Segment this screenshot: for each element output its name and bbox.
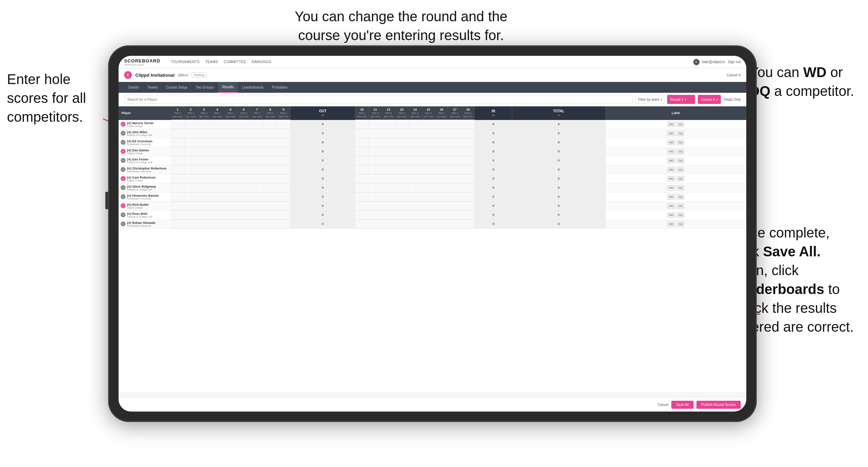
score-input-hole-10-player-11[interactable] [356, 220, 368, 228]
score-input-hole-3-player-0[interactable] [198, 121, 210, 128]
score-input-hole-3-player-11[interactable] [198, 220, 210, 228]
score-input-hole-11-player-1[interactable] [369, 130, 381, 137]
score-hole-7-player-5[interactable] [250, 165, 264, 174]
score-input-hole-15-player-0[interactable] [422, 121, 434, 128]
score-hole-15-player-2[interactable] [422, 138, 435, 147]
score-hole-2-player-3[interactable] [184, 147, 197, 156]
score-hole-12-player-7[interactable] [382, 183, 395, 192]
score-input-hole-9-player-8[interactable] [278, 193, 289, 201]
score-hole-11-player-8[interactable] [369, 192, 382, 201]
score-input-hole-4-player-5[interactable] [212, 166, 223, 173]
score-input-hole-18-player-10[interactable] [462, 211, 474, 219]
score-hole-10-player-1[interactable] [355, 129, 369, 138]
score-input-hole-7-player-5[interactable] [251, 166, 263, 173]
score-input-hole-12-player-7[interactable] [383, 184, 394, 191]
score-input-hole-13-player-8[interactable] [396, 193, 407, 201]
score-input-hole-10-player-7[interactable] [356, 184, 368, 191]
score-input-hole-9-player-11[interactable] [278, 220, 289, 228]
dq-button-player-4[interactable]: DQ [677, 158, 684, 163]
score-input-hole-9-player-6[interactable] [278, 175, 289, 182]
score-hole-7-player-4[interactable] [250, 156, 264, 165]
score-hole-16-player-4[interactable] [435, 156, 448, 165]
cancel-link[interactable]: Cancel X [726, 73, 741, 77]
score-hole-14-player-10[interactable] [408, 210, 422, 219]
score-input-hole-10-player-10[interactable] [356, 211, 368, 219]
score-input-hole-6-player-6[interactable] [238, 175, 250, 182]
score-input-hole-14-player-7[interactable] [409, 184, 421, 191]
score-hole-15-player-11[interactable] [422, 219, 435, 228]
score-hole-16-player-0[interactable] [435, 120, 448, 129]
score-input-hole-1-player-3[interactable] [172, 148, 183, 155]
score-input-hole-1-player-8[interactable] [172, 193, 183, 201]
score-input-hole-4-player-1[interactable] [212, 130, 223, 137]
score-hole-7-player-1[interactable] [250, 129, 264, 138]
score-input-hole-14-player-0[interactable] [409, 121, 421, 128]
score-hole-10-player-11[interactable] [355, 219, 369, 228]
score-hole-5-player-7[interactable] [224, 183, 237, 192]
score-input-hole-12-player-1[interactable] [383, 130, 394, 137]
score-hole-15-player-9[interactable] [422, 201, 435, 210]
score-hole-8-player-0[interactable] [264, 120, 277, 129]
score-hole-11-player-11[interactable] [369, 219, 382, 228]
score-input-hole-7-player-7[interactable] [251, 184, 263, 191]
score-hole-13-player-8[interactable] [395, 192, 408, 201]
score-input-hole-6-player-8[interactable] [238, 193, 250, 201]
score-input-hole-17-player-4[interactable] [449, 157, 460, 164]
score-input-hole-17-player-3[interactable] [449, 148, 460, 155]
wd-button-player-2[interactable]: WD [667, 140, 675, 145]
score-input-hole-6-player-10[interactable] [238, 211, 250, 219]
score-input-hole-15-player-2[interactable] [422, 139, 434, 146]
score-hole-17-player-5[interactable] [448, 165, 461, 174]
score-input-hole-6-player-4[interactable] [238, 157, 250, 164]
score-input-hole-16-player-2[interactable] [436, 139, 447, 146]
score-input-hole-4-player-3[interactable] [212, 148, 223, 155]
score-input-hole-6-player-3[interactable] [238, 148, 250, 155]
score-input-hole-18-player-2[interactable] [462, 139, 474, 146]
score-input-hole-12-player-0[interactable] [383, 121, 394, 128]
score-input-hole-11-player-4[interactable] [369, 157, 381, 164]
score-hole-13-player-9[interactable] [395, 201, 408, 210]
score-hole-13-player-10[interactable] [395, 210, 408, 219]
score-input-hole-2-player-7[interactable] [185, 184, 197, 191]
score-input-hole-7-player-4[interactable] [251, 157, 263, 164]
score-input-hole-16-player-6[interactable] [436, 175, 447, 182]
score-input-hole-13-player-7[interactable] [396, 184, 407, 191]
score-hole-14-player-1[interactable] [408, 129, 422, 138]
score-hole-4-player-7[interactable] [211, 183, 224, 192]
dq-button-player-7[interactable]: DQ [677, 185, 684, 190]
score-hole-12-player-8[interactable] [382, 192, 395, 201]
score-hole-5-player-10[interactable] [224, 210, 237, 219]
score-input-hole-16-player-1[interactable] [436, 130, 447, 137]
score-hole-9-player-6[interactable] [277, 174, 290, 183]
score-hole-16-player-7[interactable] [435, 183, 448, 192]
score-hole-3-player-10[interactable] [197, 210, 211, 219]
score-hole-10-player-2[interactable] [355, 138, 369, 147]
score-input-hole-13-player-4[interactable] [396, 157, 407, 164]
score-hole-14-player-8[interactable] [408, 192, 422, 201]
score-input-hole-1-player-7[interactable] [172, 184, 183, 191]
score-input-hole-3-player-6[interactable] [198, 175, 210, 182]
score-input-hole-17-player-2[interactable] [449, 139, 460, 146]
score-input-hole-13-player-5[interactable] [396, 166, 407, 173]
score-input-hole-14-player-8[interactable] [409, 193, 421, 201]
score-input-hole-17-player-9[interactable] [449, 202, 460, 210]
score-hole-9-player-8[interactable] [277, 192, 290, 201]
score-input-hole-5-player-8[interactable] [225, 193, 236, 201]
score-input-hole-16-player-9[interactable] [436, 202, 447, 210]
score-input-hole-11-player-9[interactable] [369, 202, 381, 210]
score-input-hole-2-player-10[interactable] [185, 211, 197, 219]
score-hole-7-player-2[interactable] [250, 138, 264, 147]
score-hole-4-player-9[interactable] [211, 201, 224, 210]
score-input-hole-18-player-7[interactable] [462, 184, 474, 191]
score-input-hole-13-player-9[interactable] [396, 202, 407, 210]
score-hole-5-player-2[interactable] [224, 138, 237, 147]
score-hole-7-player-6[interactable] [250, 174, 264, 183]
score-hole-8-player-9[interactable] [264, 201, 277, 210]
wd-button-player-10[interactable]: WD [667, 212, 675, 218]
score-hole-7-player-10[interactable] [250, 210, 264, 219]
subnav-printables[interactable]: Printables [268, 82, 292, 92]
score-input-hole-8-player-0[interactable] [265, 121, 276, 128]
score-hole-18-player-4[interactable] [461, 156, 475, 165]
score-hole-18-player-8[interactable] [461, 192, 475, 201]
score-hole-16-player-9[interactable] [435, 201, 448, 210]
